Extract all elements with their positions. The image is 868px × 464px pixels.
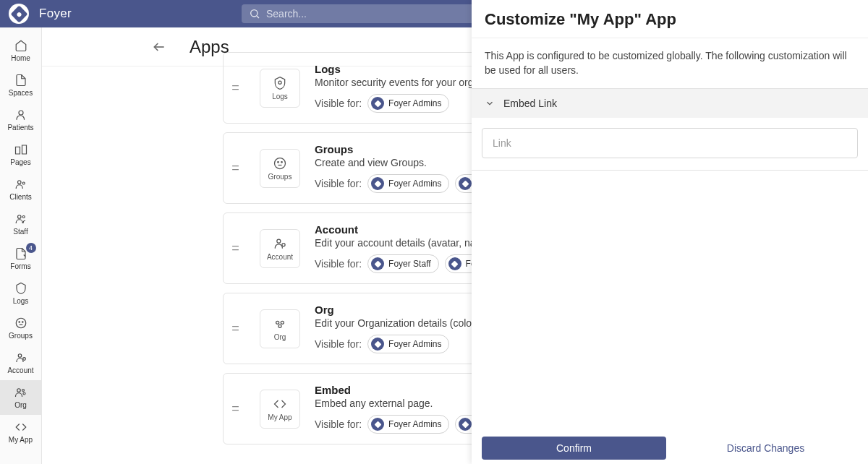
forms-icon (14, 247, 27, 260)
search-field-wrap[interactable] (242, 4, 502, 23)
svg-point-9 (22, 322, 23, 323)
svg-point-18 (278, 161, 279, 163)
nav-label: Pages (10, 158, 30, 166)
svg-point-3 (17, 181, 21, 184)
svg-point-0 (251, 10, 258, 17)
nav-label: Spaces (9, 89, 33, 97)
svg-point-19 (281, 161, 283, 163)
app-icon-box: Logs (260, 69, 300, 108)
drag-handle-icon[interactable]: = (224, 160, 245, 176)
back-button[interactable] (150, 38, 168, 56)
page-title: Apps (190, 37, 229, 57)
code-icon (14, 421, 27, 434)
chip-icon (371, 177, 384, 190)
staff-icon (14, 212, 27, 225)
visibility-label: Visible for: (315, 98, 362, 109)
org-icon (14, 386, 27, 399)
app-icon-box: Org (260, 309, 300, 348)
visibility-chip[interactable]: Foyer Admins (367, 335, 449, 353)
nav-label: Account (7, 366, 33, 374)
app-icon-label: My App (268, 413, 292, 421)
drag-handle-icon[interactable]: = (224, 80, 245, 95)
app-icon-label: Groups (268, 173, 292, 181)
nav-myapp[interactable]: My App (0, 415, 42, 450)
nav-label: Org (14, 401, 27, 409)
logo-icon (9, 4, 29, 24)
chip-label: Foyer Admins (388, 339, 441, 349)
nav-badge: 4 (26, 243, 36, 253)
nav-label: Home (11, 54, 30, 62)
app-icon-box: Account (260, 229, 300, 268)
arrow-left-icon (152, 40, 166, 54)
chip-label: Foyer Admins (388, 179, 441, 189)
svg-point-22 (276, 321, 279, 324)
nav-label: Logs (13, 297, 29, 305)
app-icon-box: Groups (260, 149, 300, 188)
chip-icon (448, 257, 461, 270)
side-nav: Home Spaces Patients Pages Clients Staff… (0, 27, 42, 464)
nav-groups[interactable]: Groups (0, 311, 42, 345)
app-icon-label: Account (267, 253, 293, 261)
brand-wrap: Foyer (9, 4, 72, 24)
app-icon-box: My App (260, 390, 300, 429)
drawer-title: Customize "My App" App (485, 10, 855, 29)
nav-home[interactable]: Home (0, 33, 42, 68)
drag-handle-icon[interactable]: = (224, 401, 245, 416)
patients-icon (14, 108, 27, 121)
nav-pages[interactable]: Pages (0, 137, 42, 172)
confirm-button[interactable]: Confirm (482, 437, 666, 460)
nav-label: Staff (13, 228, 27, 236)
chip-icon (371, 338, 384, 351)
visibility-chip[interactable]: Foyer Admins (367, 415, 449, 434)
svg-point-10 (18, 354, 22, 358)
pages-icon (14, 143, 27, 156)
app-icon (273, 236, 287, 251)
chip-label: Foyer Admins (388, 419, 441, 429)
accordion-body (472, 118, 868, 170)
svg-line-1 (257, 16, 259, 18)
svg-point-2 (19, 111, 23, 115)
nav-staff[interactable]: Staff (0, 207, 42, 241)
nav-label: My App (9, 436, 33, 444)
visibility-chip[interactable]: Foyer Staff (367, 254, 438, 273)
clients-icon (14, 178, 27, 191)
search-input[interactable] (266, 8, 495, 20)
svg-point-5 (17, 215, 21, 219)
visibility-label: Visible for: (315, 338, 362, 350)
app-icon (273, 76, 287, 90)
svg-point-16 (278, 81, 281, 84)
chip-label: Foyer Admins (388, 98, 441, 108)
svg-point-14 (23, 392, 25, 395)
nav-logs[interactable]: Logs (0, 276, 42, 311)
embed-link-input[interactable] (482, 128, 858, 158)
nav-forms[interactable]: 4 Forms (0, 241, 42, 276)
visibility-chip[interactable]: Foyer Admins (367, 174, 449, 193)
app-icon (273, 397, 287, 411)
nav-spaces[interactable]: Spaces (0, 68, 42, 103)
nav-account[interactable]: Account (0, 345, 42, 380)
app-icon-label: Logs (272, 93, 288, 100)
brand-name: Foyer (39, 7, 72, 21)
drag-handle-icon[interactable]: = (224, 241, 245, 256)
visibility-chip[interactable]: Foyer Admins (367, 94, 449, 113)
svg-point-12 (17, 389, 20, 392)
nav-patients[interactable]: Patients (0, 103, 42, 137)
drag-handle-icon[interactable]: = (224, 321, 245, 336)
logs-icon (14, 282, 27, 295)
discard-button[interactable]: Discard Changes (673, 437, 858, 460)
svg-point-24 (278, 325, 281, 327)
svg-point-21 (282, 243, 285, 246)
nav-clients[interactable]: Clients (0, 172, 42, 207)
customize-drawer: Customize "My App" App This App is confi… (472, 0, 868, 464)
visibility-label: Visible for: (315, 258, 362, 270)
nav-org[interactable]: Org (0, 380, 42, 415)
groups-icon (14, 317, 27, 330)
drawer-header: Customize "My App" App (472, 0, 868, 38)
nav-label: Groups (9, 332, 33, 340)
drawer-note: This App is configured to be customized … (472, 38, 868, 88)
spaces-icon (14, 74, 27, 87)
drawer-footer: Confirm Discard Changes (472, 429, 868, 464)
accordion-header[interactable]: Embed Link (472, 89, 868, 118)
chip-icon (459, 418, 472, 431)
svg-point-8 (19, 322, 20, 323)
